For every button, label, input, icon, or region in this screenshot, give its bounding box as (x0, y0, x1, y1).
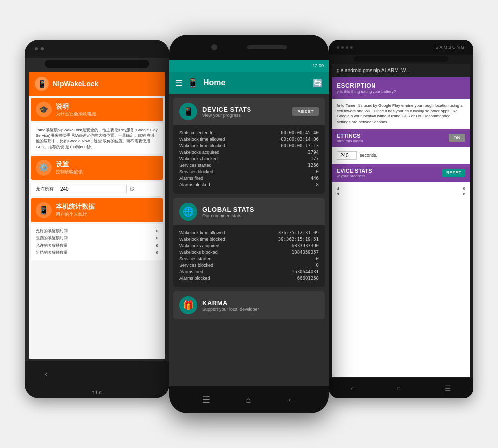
htc-stat-1: 允许的唤醒锁时间 0 (36, 228, 158, 235)
device-stats-icon: 📱 (179, 103, 197, 120)
center-screen: 12:00 ☰ 📱 Home 🔄 📱 DEVICE STATS View you… (169, 60, 329, 386)
samsung-menu-button[interactable]: ☰ (445, 384, 451, 392)
toolbar-title: Home (203, 78, 308, 87)
htc-header-icon: 📱 (35, 77, 49, 91)
global-stat-value-5: 0 (316, 263, 319, 268)
device-stat-row-2: Wakelock time blocked 00:00:00:17:13 (179, 143, 319, 148)
htc-stat-label-2: 阻挡的唤醒锁时间 (36, 235, 68, 242)
samsung-dot-3 (346, 46, 348, 49)
global-stats-title-block: GLOBAL STATS Our combined stats (202, 206, 254, 218)
global-stat-row-1: Wakelock time blocked 39:362:15:19:51 (179, 237, 319, 242)
karma-subtitle: Support your local developer (202, 307, 259, 312)
htc-stat-label-4: 阻挡的唤醒锁数量 (36, 249, 68, 256)
htc-header: 📱 NlpWakeLock (29, 72, 165, 96)
menu-icon[interactable]: ☰ (175, 78, 182, 88)
htc-settings-sub: 控制该唤醒锁 (56, 169, 83, 175)
karma-title: KARMA (202, 299, 259, 307)
phone-center: 12:00 ☰ 📱 Home 🔄 📱 DEVICE STATS View you… (169, 35, 329, 413)
karma-icon: 🎁 (179, 296, 197, 314)
htc-settings-icon: ⚙️ (36, 160, 52, 176)
device-stat-label-2: Wakelock time blocked (179, 143, 225, 148)
samsung-dot-4 (350, 46, 353, 49)
samsung-device-stats-title: EVICE STATS (337, 168, 372, 174)
global-stat-row-4: Services started 0 (179, 256, 319, 261)
device-stats-title-block: DEVICE STATS View your progress (202, 106, 251, 118)
center-toolbar: ☰ 📱 Home 🔄 (169, 72, 329, 94)
htc-stats-title: 本机统计数据 (56, 202, 95, 211)
device-stat-label-3: Wakelocks acquired (179, 150, 219, 155)
phone-right: SAMSUNG gle.android.gms.nlp.ALARM_W... E… (329, 40, 473, 398)
device-stat-value-1: 00:00:02:14:06 (281, 137, 319, 142)
htc-desc-sub: 为什么它会消耗电池 (56, 111, 96, 117)
samsung-dot-2 (341, 46, 344, 49)
global-stat-label-6: Alarms fired (179, 269, 203, 274)
htc-stats-block: 允许的唤醒锁时间 0 阻挡的唤醒锁时间 0 允许的唤醒锁数量 6 阻挡的唤醒锁数… (31, 224, 163, 261)
device-stats-reset-button[interactable]: RESET (292, 107, 319, 116)
karma-header: 🎁 KARMA Support your local developer (173, 291, 325, 319)
htc-desc-text: 说明 为什么它会消耗电池 (56, 102, 96, 117)
nav-home-button[interactable]: ⌂ (246, 395, 251, 405)
nav-back-button[interactable]: ← (287, 395, 296, 405)
device-stat-value-0: 00:00:00:45:40 (281, 130, 319, 135)
device-stat-label-1: Wakelock time allowed (179, 137, 225, 142)
global-stat-label-3: Wakelocks blocked (179, 250, 218, 255)
samsung-home-button[interactable]: ○ (397, 384, 401, 392)
karma-title-block: KARMA Support your local developer (202, 299, 259, 312)
global-stat-value-4: 0 (316, 256, 319, 261)
htc-stats-section: 📱 本机统计数据 用户的个人统计 (31, 198, 163, 222)
samsung-input-row: seconds. (332, 147, 470, 164)
htc-desc-body: Tame唤醒锁NlpWakeLock是安全的。他主要 歌Play服务(Googl… (31, 123, 163, 154)
device-stat-label-8: Alarms blocked (179, 182, 210, 187)
nav-menu-button[interactable]: ☰ (202, 394, 210, 405)
device-stat-row-5: Services started 1256 (179, 163, 319, 168)
samsung-settings-title: ETTINGS (337, 133, 363, 139)
device-stat-row-8: Alarms blocked 8 (179, 182, 319, 187)
device-stat-row-7: Alarms fired 446 (179, 176, 319, 181)
device-stat-row-0: Stats collected for 00:00:00:45:40 (179, 130, 319, 135)
device-stats-header: 📱 DEVICE STATS View your progress RESET (173, 98, 325, 125)
samsung-stat-val-1: 6 (463, 186, 465, 191)
htc-stat-2: 阻挡的唤醒锁时间 0 (36, 235, 158, 242)
htc-header-title: NlpWakeLock (53, 80, 98, 88)
htc-settings-section: ⚙️ 设置 控制该唤醒锁 (31, 156, 163, 180)
global-stats-card: 🌐 GLOBAL STATS Our combined stats Wakelo… (173, 198, 325, 287)
karma-card: 🎁 KARMA Support your local developer (173, 291, 325, 319)
global-stat-label-2: Wakelocks acquired (179, 243, 219, 248)
device-stat-row-4: Wakelocks blocked 177 (179, 156, 319, 161)
samsung-device-stats-text: EVICE STATS w your progress (337, 168, 372, 178)
samsung-back-button[interactable]: ‹ (351, 384, 353, 392)
device-stat-value-2: 00:00:00:17:13 (281, 143, 319, 148)
samsung-reset-button[interactable]: RESET (442, 169, 465, 177)
left-top-bar (25, 40, 169, 58)
samsung-seconds-input[interactable] (337, 151, 357, 160)
center-top (169, 35, 329, 60)
device-stat-row-1: Wakelock time allowed 00:00:02:14:06 (179, 137, 319, 142)
center-camera (211, 44, 217, 50)
global-stats-title: GLOBAL STATS (202, 206, 254, 213)
htc-settings-text: 设置 控制该唤醒锁 (56, 160, 83, 175)
global-stats-body: Wakelock time allowed 336:35:12:31:09 Wa… (173, 225, 325, 287)
left-bottom-bar: ‹ (25, 361, 169, 386)
htc-stat-4: 阻挡的唤醒锁数量 6 (36, 249, 158, 256)
htc-stat-label-1: 允许的唤醒锁时间 (36, 228, 68, 235)
global-stat-value-6: 1530644031 (292, 269, 319, 274)
global-stats-subtitle: Our combined stats (202, 213, 254, 218)
refresh-icon[interactable]: 🔄 (313, 78, 323, 88)
device-stats-card: 📱 DEVICE STATS View your progress RESET … (173, 98, 325, 194)
global-stat-value-1: 39:362:15:19:51 (278, 237, 319, 242)
back-nav-icon[interactable]: ‹ (45, 369, 48, 379)
samsung-stat-row-1: d 6 (337, 186, 465, 191)
device-stat-value-4: 177 (311, 156, 319, 161)
toolbar-phone-icon: 📱 (187, 77, 198, 88)
samsung-device-stats-sub: w your progress (337, 174, 372, 178)
status-time: 12:00 (312, 63, 324, 68)
global-stat-row-6: Alarms fired 1530644031 (179, 269, 319, 274)
global-stat-value-7: 66601258 (297, 276, 319, 281)
samsung-on-button[interactable]: ON (449, 134, 466, 142)
htc-input-field[interactable] (57, 185, 127, 193)
samsung-dots (337, 46, 353, 49)
htc-description-section: 🎓 说明 为什么它会消耗电池 (31, 98, 163, 121)
device-stats-body: Stats collected for 00:00:00:45:40 Wakel… (173, 125, 325, 194)
global-stat-value-0: 336:35:12:31:09 (278, 230, 319, 235)
device-stat-label-7: Alarms fired (179, 176, 203, 181)
